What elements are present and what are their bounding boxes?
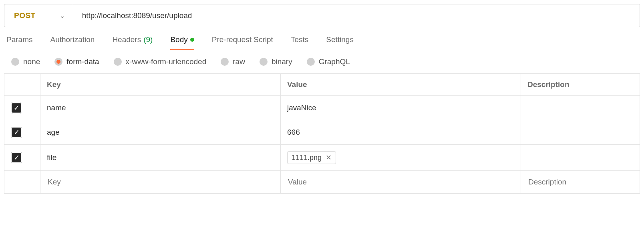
radio-icon <box>260 58 268 66</box>
radio-icon <box>114 58 122 66</box>
radio-urlencoded[interactable]: x-www-form-urlencoded <box>114 57 207 66</box>
radio-raw[interactable]: raw <box>221 57 245 66</box>
header-checkbox-cell <box>4 74 40 96</box>
radio-label: binary <box>272 57 292 66</box>
tab-label: Headers <box>112 35 141 44</box>
http-method-select[interactable]: POST ⌄ <box>4 4 73 27</box>
modified-dot-icon <box>190 38 194 42</box>
request-tabs: Params Authorization Headers (9) Body Pr… <box>4 27 640 50</box>
table-header-row: Key Value Description <box>4 74 640 96</box>
row-checkbox[interactable]: ✓ <box>11 102 22 113</box>
radio-label: GraphQL <box>319 57 350 66</box>
key-text: file <box>47 153 56 162</box>
key-cell[interactable]: file <box>40 145 281 171</box>
key-cell[interactable] <box>40 171 281 194</box>
tab-authorization[interactable]: Authorization <box>50 35 95 50</box>
radio-icon <box>307 58 315 66</box>
description-cell[interactable] <box>521 120 640 145</box>
table-row: ✓ age 666 <box>4 120 640 145</box>
request-bar: POST ⌄ <box>4 4 640 27</box>
radio-icon <box>54 58 62 66</box>
radio-label: form-data <box>66 57 99 66</box>
tab-body[interactable]: Body <box>170 35 194 50</box>
radio-binary[interactable]: binary <box>260 57 292 66</box>
tab-prerequest-script[interactable]: Pre-request Script <box>212 35 273 50</box>
body-type-selector: none form-data x-www-form-urlencoded raw… <box>4 50 640 73</box>
row-checkbox[interactable]: ✓ <box>11 152 22 163</box>
key-cell[interactable]: name <box>40 96 281 120</box>
radio-label: none <box>23 57 40 66</box>
description-cell[interactable] <box>521 96 640 120</box>
tab-settings[interactable]: Settings <box>326 35 354 50</box>
new-value-input[interactable] <box>287 177 514 187</box>
key-text: age <box>47 128 60 136</box>
description-cell[interactable] <box>521 145 640 171</box>
remove-file-icon[interactable]: ✕ <box>326 153 332 162</box>
headers-count: (9) <box>143 35 153 44</box>
request-url-input[interactable] <box>73 4 640 27</box>
new-key-input[interactable] <box>47 177 274 187</box>
new-description-input[interactable] <box>527 177 633 187</box>
form-data-table: Key Value Description ✓ name javaNice ✓ … <box>4 73 640 194</box>
radio-icon <box>221 58 229 66</box>
tab-label: Tests <box>291 35 308 44</box>
tab-headers[interactable]: Headers (9) <box>112 35 153 50</box>
tab-label: Authorization <box>50 35 95 44</box>
file-name: 1111.png <box>292 154 322 162</box>
empty-checkbox-cell <box>4 171 40 194</box>
header-key: Key <box>40 74 281 96</box>
key-cell[interactable]: age <box>40 120 281 145</box>
header-description: Description <box>521 74 640 96</box>
radio-icon <box>11 58 19 66</box>
key-text: name <box>47 103 66 112</box>
tab-label: Body <box>170 35 187 44</box>
file-chip: 1111.png ✕ <box>287 151 336 164</box>
header-value: Value <box>281 74 521 96</box>
tab-label: Pre-request Script <box>212 35 273 44</box>
radio-none[interactable]: none <box>11 57 40 66</box>
tab-params[interactable]: Params <box>6 35 32 50</box>
value-cell[interactable]: 1111.png ✕ <box>281 145 521 171</box>
table-row: ✓ file 1111.png ✕ <box>4 145 640 171</box>
value-text: 666 <box>287 128 300 136</box>
radio-label: raw <box>233 57 245 66</box>
value-cell[interactable]: javaNice <box>281 96 521 120</box>
value-text: javaNice <box>287 103 316 112</box>
tab-label: Settings <box>326 35 354 44</box>
table-row-new <box>4 171 640 194</box>
tab-label: Params <box>6 35 32 44</box>
table-row: ✓ name javaNice <box>4 96 640 120</box>
value-cell[interactable] <box>281 171 521 194</box>
http-method-label: POST <box>14 11 36 20</box>
value-cell[interactable]: 666 <box>281 120 521 145</box>
row-checkbox[interactable]: ✓ <box>11 127 22 138</box>
description-cell[interactable] <box>521 171 640 194</box>
tab-tests[interactable]: Tests <box>291 35 308 50</box>
radio-graphql[interactable]: GraphQL <box>307 57 350 66</box>
radio-label: x-www-form-urlencoded <box>126 57 207 66</box>
radio-form-data[interactable]: form-data <box>54 57 99 66</box>
chevron-down-icon: ⌄ <box>60 12 65 20</box>
